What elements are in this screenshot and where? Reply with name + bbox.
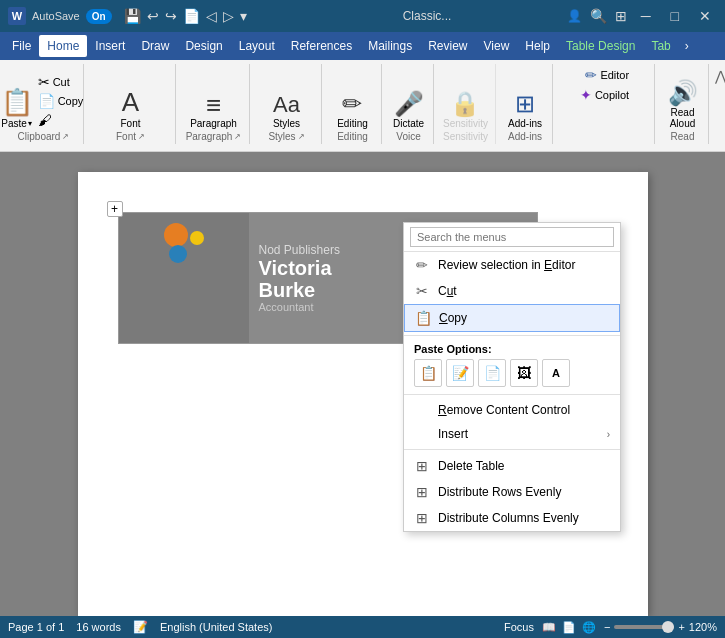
menu-item-design[interactable]: Design [177,35,230,57]
language[interactable]: English (United States) [160,621,273,633]
font-expand[interactable]: ↗ [138,132,145,141]
paste-button[interactable]: 📋 Paste ▾ [1,87,33,129]
menu-item-file[interactable]: File [4,35,39,57]
company-logo [164,223,204,263]
status-bar: Page 1 of 1 16 words 📝 English (United S… [0,616,725,638]
ctx-item-review[interactable]: ✏ Review selection in Editor [404,252,620,278]
zoom-bar[interactable] [614,625,674,629]
save-icon[interactable]: 💾 [124,8,141,24]
font-button[interactable]: A Font [120,87,140,129]
ctx-item-remove-control[interactable]: Remove Content Control [404,398,620,422]
dictate-button[interactable]: 🎤 Dictate [393,90,424,129]
menu-overflow[interactable]: › [679,35,695,57]
paste-text-only[interactable]: A [542,359,570,387]
ribbon-collapse[interactable]: ⋀ [711,64,725,88]
search-icon[interactable]: 🔍 [590,8,607,24]
ctx-item-insert[interactable]: Insert › [404,422,620,446]
zoom-out-button[interactable]: − [604,621,610,633]
read-aloud-button[interactable]: 🔊 Read Aloud [661,79,704,129]
menu-item-review[interactable]: Review [420,35,475,57]
ctx-separator-3 [404,449,620,450]
menu-item-view[interactable]: View [476,35,518,57]
styles-button[interactable]: Aa Styles [273,92,300,129]
zoom-level: 120% [689,621,717,633]
autosave-toggle[interactable]: On [86,9,112,24]
review-icon: ✏ [414,257,430,273]
addins-label: Add-ins [508,118,542,129]
ctx-item-cut[interactable]: ✂ Cut [404,278,620,304]
ribbon-toggle-icon[interactable]: ⊞ [615,8,627,24]
ribbon-group-editor: ✏ Editor ✦ Copilot [555,64,655,144]
close-button[interactable]: ✕ [693,6,717,26]
menu-item-table-design[interactable]: Table Design [558,35,643,57]
addins-label-group: Add-ins [502,129,548,142]
editor-button[interactable]: ✏ Editor [582,66,632,84]
format-painter-button[interactable]: 🖌 [35,111,87,129]
ctx-item-delete-table[interactable]: ⊞ Delete Table [404,453,620,479]
redo-icon[interactable]: ↪ [165,8,177,24]
more-icon[interactable]: ▾ [240,8,247,24]
title-bar: W AutoSave On 💾 ↩ ↪ 📄 ◁ ▷ ▾ Classic... 👤… [0,0,725,32]
menu-item-draw[interactable]: Draw [133,35,177,57]
maximize-button[interactable]: □ [665,6,685,26]
sensitivity-label: Sensitivity [443,118,488,129]
paste-keep-source[interactable]: 📄 [478,359,506,387]
copilot-button[interactable]: ✦ Copilot [577,86,632,104]
paragraph-button[interactable]: ≡ Paragraph [190,92,237,129]
read-aloud-icon: 🔊 [668,79,698,107]
table-add-button[interactable]: + [107,201,123,217]
ribbon-group-addins: ⊞ Add-ins Add-ins [498,64,553,144]
delete-table-icon: ⊞ [414,458,430,474]
paste-keep-format[interactable]: 📋 [414,359,442,387]
ctx-item-distribute-rows[interactable]: ⊞ Distribute Rows Evenly [404,479,620,505]
font-content: A Font [120,66,140,129]
paragraph-content: ≡ Paragraph [190,66,237,129]
editing-button[interactable]: ✏ Editing [337,90,368,129]
focus-label[interactable]: Focus [504,621,534,633]
context-menu-search[interactable] [410,227,614,247]
card-name-section: Nod Publishers Victoria Burke Accountant [249,213,426,343]
forward-icon[interactable]: ▷ [223,8,234,24]
user-icon[interactable]: 👤 [567,9,582,23]
cut-label: Cut [53,76,70,88]
copy-label: Copy [58,95,84,107]
paragraph-expand[interactable]: ↗ [234,132,241,141]
ctx-item-copy[interactable]: 📋 Copy [404,304,620,332]
menu-item-tab-extra[interactable]: Tab [643,35,678,57]
paste-merge-format[interactable]: 📝 [446,359,474,387]
styles-content: Aa Styles [273,66,300,129]
menu-item-home[interactable]: Home [39,35,87,57]
menu-item-references[interactable]: References [283,35,360,57]
addins-button[interactable]: ⊞ Add-ins [508,90,542,129]
read-content: 🔊 Read Aloud [661,66,704,129]
menu-item-layout[interactable]: Layout [231,35,283,57]
menu-bar: File Home Insert Draw Design Layout Refe… [0,32,725,60]
sensitivity-content: 🔒 Sensitivity [443,66,488,129]
web-layout-icon[interactable]: 🌐 [582,621,596,634]
new-doc-icon[interactable]: 📄 [183,8,200,24]
paste-picture[interactable]: 🖼 [510,359,538,387]
page-info: Page 1 of 1 [8,621,64,633]
zoom-in-button[interactable]: + [678,621,684,633]
ctx-paste-icons: 📋 📝 📄 🖼 A [414,359,610,387]
ctx-paste-section: Paste Options: 📋 📝 📄 🖼 A [404,339,620,391]
clipboard-expand[interactable]: ↗ [62,132,69,141]
menu-item-help[interactable]: Help [517,35,558,57]
print-layout-icon[interactable]: 📄 [562,621,576,634]
copy-button[interactable]: 📄Copy [35,92,87,110]
read-mode-icon[interactable]: 📖 [542,621,556,634]
styles-expand[interactable]: ↗ [298,132,305,141]
word-icon: W [8,7,26,25]
minimize-button[interactable]: ─ [635,6,657,26]
menu-item-mailings[interactable]: Mailings [360,35,420,57]
card-logo-section [119,213,249,343]
back-icon[interactable]: ◁ [206,8,217,24]
context-menu: ✏ Review selection in Editor ✂ Cut 📋 Cop… [403,222,621,532]
menu-item-insert[interactable]: Insert [87,35,133,57]
undo-icon[interactable]: ↩ [147,8,159,24]
proofing-icon[interactable]: 📝 [133,620,148,634]
cut-button[interactable]: ✂Cut [35,73,87,91]
collapse-icon[interactable]: ⋀ [715,68,725,84]
status-right: Focus 📖 📄 🌐 − + 120% [504,621,717,634]
ctx-item-distribute-cols[interactable]: ⊞ Distribute Columns Evenly [404,505,620,531]
